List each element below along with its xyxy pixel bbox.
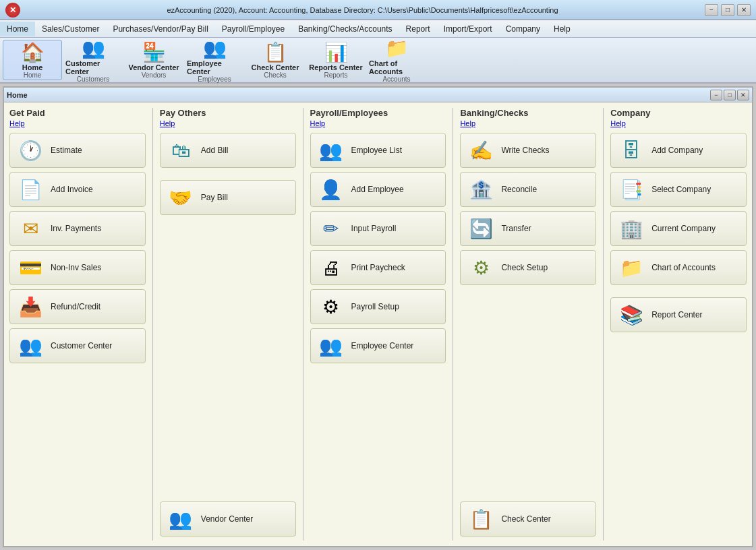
- add-employee-button[interactable]: 👤 Add Employee: [310, 172, 446, 207]
- select-company-button[interactable]: 📑 Select Company: [610, 172, 747, 207]
- minimize-button[interactable]: −: [705, 4, 718, 16]
- write-checks-label: Write Checks: [501, 146, 549, 155]
- add-bill-label: Add Bill: [201, 146, 229, 155]
- add-invoice-button[interactable]: 📄 Add Invoice: [9, 172, 146, 207]
- menu-item-purchases[interactable]: Purchases/Vendor/Pay Bill: [106, 22, 214, 36]
- payroll-title: Payroll/Employees: [310, 108, 446, 118]
- inner-restore-btn[interactable]: □: [724, 90, 736, 100]
- reconcile-label: Reconcile: [501, 185, 537, 194]
- get-paid-column: Get Paid Help 🕐 Estimate 📄 Add Invoice ✉…: [9, 108, 146, 541]
- menu-item-help[interactable]: Help: [547, 22, 577, 36]
- non-inv-sales-button[interactable]: 💳 Non-Inv Sales: [9, 250, 146, 285]
- menu-item-sales[interactable]: Sales/Customer: [35, 22, 106, 36]
- estimate-icon: 🕐: [17, 140, 44, 162]
- report-center-icon: 📚: [618, 304, 645, 326]
- print-paycheck-label: Print Paycheck: [351, 263, 405, 272]
- chart-of-accounts-button[interactable]: 📁 Chart of Accounts: [610, 250, 747, 285]
- menu-item-report[interactable]: Report: [399, 22, 437, 36]
- banking-title: Banking/Checks: [460, 108, 596, 118]
- inner-close-btn[interactable]: ✕: [737, 90, 749, 100]
- input-payroll-label: Input Payroll: [351, 224, 397, 233]
- add-company-button[interactable]: 🗄 Add Company: [610, 133, 747, 168]
- print-paycheck-icon: 🖨: [318, 257, 345, 279]
- employee-center-col-icon: 👥: [318, 335, 345, 357]
- window-controls: − □ ✕: [705, 4, 751, 16]
- employee-center-icon: 👥: [203, 39, 227, 58]
- employee-center-button[interactable]: 👥 Employee Center: [310, 328, 446, 363]
- select-company-label: Select Company: [651, 185, 711, 194]
- toolbar-check-sublabel: Checks: [264, 71, 286, 79]
- restore-button[interactable]: □: [721, 4, 734, 16]
- divider-3: [453, 108, 453, 541]
- toolbar-check-center[interactable]: 📋 Check Center Checks: [245, 40, 305, 80]
- report-center-button[interactable]: 📚 Report Center: [610, 297, 747, 332]
- employee-list-button[interactable]: 👥 Employee List: [310, 133, 446, 168]
- current-company-icon: 🏢: [618, 218, 645, 240]
- refund-credit-button[interactable]: 📥 Refund/Credit: [9, 289, 146, 324]
- transfer-icon: 🔄: [467, 218, 494, 240]
- vendor-center-label: Vendor Center: [201, 514, 253, 524]
- payroll-help[interactable]: Help: [310, 119, 446, 127]
- write-checks-button[interactable]: ✍ Write Checks: [460, 133, 596, 168]
- refund-credit-label: Refund/Credit: [51, 302, 100, 311]
- toolbar-reports-center[interactable]: 📊 Reports Center Reports: [306, 40, 366, 80]
- chart-accounts-icon: 📁: [385, 39, 409, 58]
- customer-center-button[interactable]: 👥 Customer Center: [9, 328, 146, 363]
- get-paid-help[interactable]: Help: [9, 119, 146, 127]
- pay-others-help[interactable]: Help: [160, 119, 296, 127]
- menu-bar: Home Sales/Customer Purchases/Vendor/Pay…: [0, 20, 756, 38]
- window-title: ezAccounting (2020), Account: Accounting…: [20, 6, 705, 14]
- transfer-button[interactable]: 🔄 Transfer: [460, 211, 596, 246]
- add-bill-icon: 🛍: [167, 140, 194, 162]
- current-company-button[interactable]: 🏢 Current Company: [610, 211, 747, 246]
- title-bar: ✕ ezAccounting (2020), Account: Accounti…: [0, 0, 756, 20]
- toolbar-reports-sublabel: Reports: [324, 71, 347, 79]
- non-inv-sales-label: Non-Inv Sales: [51, 263, 101, 272]
- add-bill-button[interactable]: 🛍 Add Bill: [160, 133, 296, 168]
- company-spacer: [610, 289, 747, 297]
- check-center-button[interactable]: 📋 Check Center: [460, 501, 596, 537]
- customer-center-label: Customer Center: [51, 341, 112, 350]
- toolbar-chart-accounts[interactable]: 📁 Chart of Accounts Accounts: [367, 40, 426, 80]
- inv-payments-button[interactable]: ✉ Inv. Payments: [9, 211, 146, 246]
- payroll-setup-label: Payroll Setup: [351, 302, 399, 311]
- add-company-icon: 🗄: [618, 140, 645, 162]
- main-area: Home − □ ✕ Get Paid Help 🕐 Estimate 📄 Ad…: [0, 84, 756, 550]
- menu-item-company[interactable]: Company: [499, 22, 547, 36]
- payroll-setup-button[interactable]: ⚙ Payroll Setup: [310, 289, 446, 324]
- app-close-icon[interactable]: ✕: [5, 3, 20, 18]
- employee-list-label: Employee List: [351, 146, 402, 155]
- menu-item-home[interactable]: Home: [0, 22, 35, 36]
- window-inner-controls: − □ ✕: [710, 90, 749, 100]
- menu-item-payroll[interactable]: Payroll/Employee: [215, 22, 291, 36]
- customer-center-col-icon: 👥: [17, 335, 44, 357]
- banking-column: Banking/Checks Help ✍ Write Checks 🏦 Rec…: [460, 108, 596, 541]
- check-center-icon: 📋: [264, 43, 287, 62]
- reconcile-button[interactable]: 🏦 Reconcile: [460, 172, 596, 207]
- inner-minimize-btn[interactable]: −: [710, 90, 722, 100]
- banking-help[interactable]: Help: [460, 119, 596, 127]
- toolbar-employee-sublabel: Employees: [198, 75, 231, 83]
- check-setup-button[interactable]: ⚙ Check Setup: [460, 250, 596, 285]
- menu-item-banking[interactable]: Banking/Checks/Accounts: [291, 22, 399, 36]
- input-payroll-button[interactable]: ✏ Input Payroll: [310, 211, 446, 246]
- window-title-label: Home: [7, 91, 28, 99]
- close-button[interactable]: ✕: [737, 4, 751, 16]
- menu-item-import[interactable]: Import/Export: [437, 22, 499, 36]
- pay-others-column: Pay Others Help 🛍 Add Bill 🤝 Pay Bill 👥 …: [160, 108, 296, 541]
- reconcile-icon: 🏦: [467, 179, 494, 201]
- toolbar-vendor-center[interactable]: 🏪 Vendor Center Vendors: [124, 40, 183, 80]
- current-company-label: Current Company: [651, 224, 716, 233]
- refund-credit-icon: 📥: [17, 296, 44, 318]
- toolbar-employee-center[interactable]: 👥 Employee Center Employees: [185, 40, 244, 80]
- check-setup-label: Check Setup: [501, 263, 548, 272]
- toolbar: 🏠 Home Home 👥 Customer Center Customers …: [0, 38, 756, 84]
- estimate-button[interactable]: 🕐 Estimate: [9, 133, 146, 168]
- company-help[interactable]: Help: [610, 119, 747, 127]
- toolbar-home[interactable]: 🏠 Home Home: [3, 40, 62, 80]
- print-paycheck-button[interactable]: 🖨 Print Paycheck: [310, 250, 446, 285]
- vendor-center-button[interactable]: 👥 Vendor Center: [160, 501, 296, 537]
- pay-bill-button[interactable]: 🤝 Pay Bill: [160, 180, 296, 215]
- toolbar-customer-center[interactable]: 👥 Customer Center Customers: [63, 40, 123, 80]
- non-inv-sales-icon: 💳: [17, 257, 44, 279]
